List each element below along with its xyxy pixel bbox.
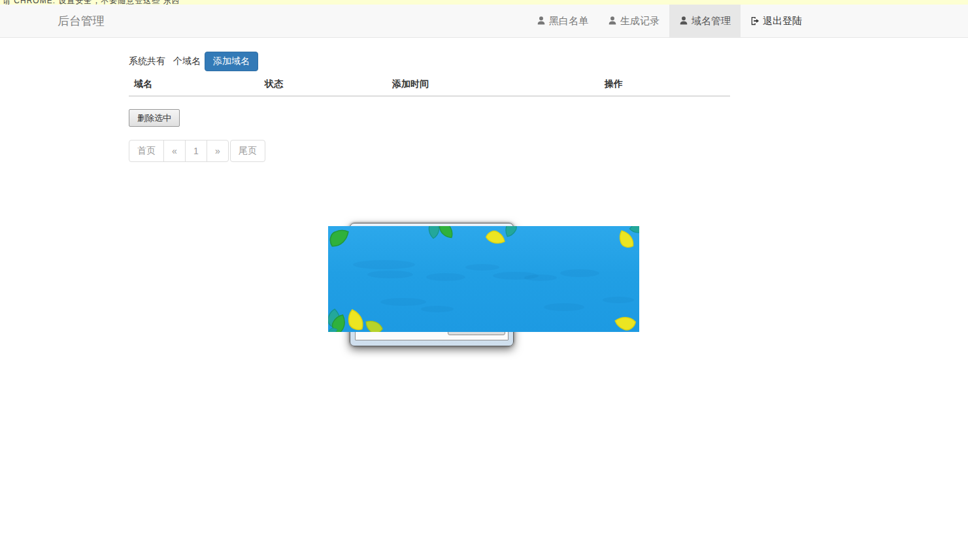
cloud-shape [465, 264, 499, 271]
nav-item-label: 退出登陆 [763, 15, 802, 27]
cloud-shape [560, 269, 599, 277]
pagination-prev[interactable]: « [163, 140, 186, 162]
cloud-shape [353, 260, 415, 269]
col-header-operation: 操作 [599, 73, 730, 96]
cloud-shape [544, 303, 584, 311]
user-icon [679, 16, 688, 25]
cloud-shape [603, 297, 634, 303]
cloud-shape [380, 298, 426, 306]
leaf-icon [436, 226, 456, 241]
pagination: 首页 « 1 » 尾页 [129, 140, 265, 162]
leaf-icon [364, 316, 386, 332]
pagination-last[interactable]: 尾页 [230, 140, 265, 162]
pagination-next[interactable]: » [207, 140, 229, 162]
nav-item-label: 生成记录 [620, 15, 659, 27]
delete-selected-button[interactable]: 删除选中 [129, 109, 180, 127]
summary-row: 系统共有 个域名 添加域名 [129, 52, 258, 71]
cloud-shape [524, 274, 557, 281]
col-header-status: 状态 [259, 73, 387, 96]
nav-item-domain-management[interactable]: 域名管理 [669, 5, 741, 37]
logout-icon [750, 16, 759, 25]
pagination-page-1[interactable]: 1 [185, 140, 207, 162]
cloud-shape [367, 271, 413, 278]
popup-image [328, 226, 639, 332]
col-header-add-time: 添加时间 [387, 73, 599, 96]
col-header-domain: 域名 [129, 73, 259, 96]
summary-suffix: 个域名 [173, 56, 201, 67]
user-icon [608, 16, 617, 25]
leaf-icon [328, 226, 354, 253]
navbar: 后台管理 黑白名单 生成记录 域名管理 退出登陆 [0, 5, 968, 38]
notice-text: 请 CHROME: 设置安全，不要随意登这些 东西 [3, 0, 180, 5]
cloud-shape [426, 273, 465, 281]
nav-item-label: 黑白名单 [549, 15, 588, 27]
summary-prefix: 系统共有 [129, 56, 165, 67]
nav-item-label: 域名管理 [692, 15, 731, 27]
cloud-shape [421, 306, 454, 312]
nav-item-logout[interactable]: 退出登陆 [741, 5, 812, 37]
page-title[interactable]: 后台管理 [58, 5, 105, 37]
domains-table: 域名 状态 添加时间 操作 [129, 73, 730, 97]
nav-item-blackwhite-list[interactable]: 黑白名单 [527, 5, 598, 37]
table-header-row: 域名 状态 添加时间 操作 [129, 73, 730, 96]
pagination-first[interactable]: 首页 [129, 140, 164, 162]
user-icon [537, 16, 546, 25]
notice-bar: 请 CHROME: 设置安全，不要随意登这些 东西 [0, 0, 968, 5]
nav-group: 黑白名单 生成记录 域名管理 退出登陆 [527, 5, 812, 37]
leaf-icon [611, 307, 639, 332]
page: 请 CHROME: 设置安全，不要随意登这些 东西 后台管理 黑白名单 生成记录… [0, 0, 968, 560]
add-domain-button[interactable]: 添加域名 [205, 52, 258, 71]
nav-item-generation-records[interactable]: 生成记录 [598, 5, 669, 37]
